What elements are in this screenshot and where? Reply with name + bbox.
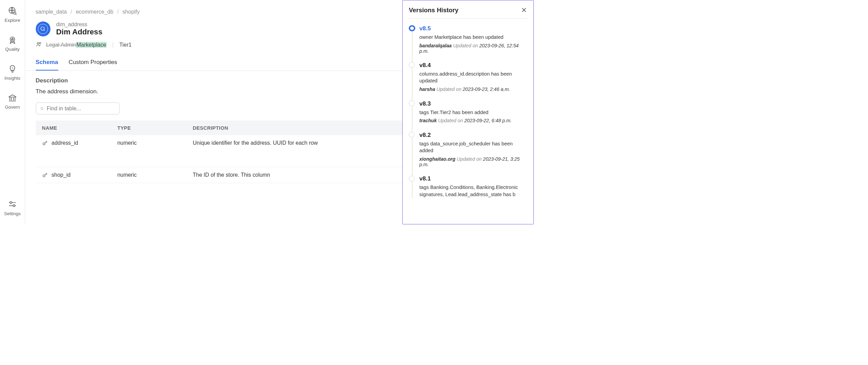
breadcrumb-item[interactable]: sample_data	[36, 9, 67, 15]
main-content: sample_data / ecommerce_db / shopify 8.5…	[25, 0, 534, 224]
table-row[interactable]: shop_id numeric The ID of the store. Thi…	[36, 167, 435, 183]
nav-label: Insights	[4, 76, 20, 81]
govern-icon	[8, 93, 17, 102]
versions-history-panel: Versions History v8.5 owner Marketplace …	[402, 0, 534, 224]
svg-point-5	[41, 27, 44, 30]
table-row[interactable]: address_id numeric Unique identifier for…	[36, 135, 435, 167]
version-dot	[409, 62, 415, 68]
sliders-icon	[8, 200, 17, 209]
version-dot	[409, 176, 415, 181]
nav-insights[interactable]: Insights	[4, 64, 20, 81]
version-dot	[409, 100, 415, 106]
tier-value: Tier1	[119, 42, 131, 48]
owner-icon	[36, 41, 42, 49]
version-item[interactable]: v8.2 tags data_source.job_scheduler has …	[419, 131, 527, 167]
tab-schema[interactable]: Schema	[36, 55, 58, 70]
version-dot	[409, 132, 415, 138]
bulb-icon	[8, 64, 17, 74]
version-item[interactable]: v8.4 columns.address_id.description has …	[419, 62, 527, 92]
col-header-name: NAME	[36, 121, 111, 135]
version-item[interactable]: v8.3 tags Tier.Tier2 has been added trac…	[419, 100, 527, 124]
breadcrumb: sample_data / ecommerce_db / shopify	[36, 9, 140, 15]
owner-value: Legal AdminMarketplace	[46, 42, 107, 48]
svg-point-7	[40, 42, 41, 44]
versions-timeline: v8.5 owner Marketplace has been updated …	[409, 25, 527, 198]
key-icon	[42, 140, 48, 146]
tab-custom-properties[interactable]: Custom Properties	[68, 55, 117, 70]
nav-label: Quality	[5, 47, 19, 52]
table-search[interactable]	[36, 102, 120, 114]
svg-point-6	[37, 42, 39, 44]
search-input[interactable]	[47, 106, 115, 112]
col-header-type: TYPE	[111, 121, 186, 135]
versions-title: Versions History	[409, 6, 459, 14]
nav-settings[interactable]: Settings	[4, 200, 21, 216]
col-header-desc: DESCRIPTION	[186, 121, 435, 135]
entity-title: Dim Address	[56, 28, 103, 36]
version-item[interactable]: v8.5 owner Marketplace has been updated …	[419, 25, 527, 54]
nav-label: Settings	[4, 211, 21, 216]
version-dot-active	[409, 25, 415, 31]
entity-subtitle: dim_address	[56, 21, 103, 28]
breadcrumb-item[interactable]: shopify	[122, 9, 140, 15]
close-button[interactable]	[521, 7, 527, 14]
svg-point-8	[41, 107, 43, 109]
description-text: The address dimension.	[36, 88, 435, 95]
version-item[interactable]: v8.1 tags Banking.Conditions, Banking.El…	[419, 175, 527, 198]
sidebar: Explore Quality Insights Govern Settings	[0, 0, 25, 224]
breadcrumb-item[interactable]: ecommerce_db	[76, 9, 113, 15]
globe-search-icon	[8, 6, 17, 15]
close-icon	[521, 7, 527, 13]
nav-quality[interactable]: Quality	[5, 35, 19, 52]
nav-label: Govern	[5, 105, 20, 110]
svg-point-9	[43, 143, 45, 145]
nav-explore[interactable]: Explore	[4, 6, 20, 22]
key-icon	[42, 172, 48, 178]
badge-icon	[8, 35, 17, 45]
nav-govern[interactable]: Govern	[5, 93, 20, 110]
nav-label: Explore	[4, 18, 20, 23]
description-heading: Description	[36, 77, 435, 84]
svg-point-3	[10, 202, 12, 204]
search-icon	[40, 106, 44, 111]
columns-table: NAME TYPE DESCRIPTION address_id numeric…	[36, 121, 435, 183]
svg-point-4	[13, 205, 15, 207]
entity-icon	[36, 21, 50, 36]
svg-point-10	[43, 175, 45, 177]
